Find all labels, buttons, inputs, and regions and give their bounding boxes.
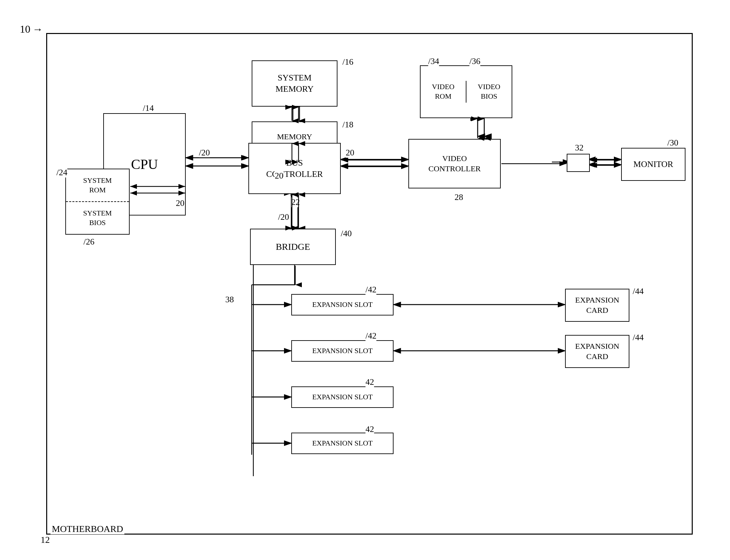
expansion-card-1-ref: /44 [633,286,644,296]
expansion-slot-4-ref: 42 [365,424,374,434]
system-memory-ref: /16 [343,57,353,67]
expansion-slot-2: EXPANSION SLOT [291,340,393,362]
label-10: 10 → [20,23,43,35]
system-bios-ref: /26 [83,237,94,247]
expansion-slot-1: EXPANSION SLOT [291,294,393,315]
bus-label-20-4: 20 [275,171,283,181]
cpu-ref-label: /14 [143,103,154,113]
video-rom-bios-box: VIDEO ROM VIDEO BIOS [420,65,512,118]
system-rom-ref: /24 [56,168,67,178]
expansion-slot-4: EXPANSION SLOT [291,433,393,454]
bus-label-20-3: 20 [346,148,354,158]
bus-label-20-2: 20 [176,198,184,208]
system-memory-box: SYSTEM MEMORY [252,60,338,107]
expansion-card-2-ref: /44 [633,333,644,343]
bus-controller-box: BUS CONTROLLER [249,143,341,194]
bus-controller-ref: 22 [291,197,300,207]
box-32-ref: 32 [575,143,583,153]
motherboard-box: MOTHERBOARD 12 [46,33,693,535]
label-12: 12 [41,535,50,545]
bus-label-20-5: /20 [278,212,289,222]
diagram-container: 10 → MOTHERBOARD 12 [20,13,713,548]
small-box-32 [567,154,590,172]
monitor-ref: /30 [667,138,678,148]
video-controller-ref: 28 [454,192,463,202]
bridge-box: BRIDGE [250,229,336,265]
expansion-slot-3: EXPANSION SLOT [291,386,393,408]
monitor-box: MONITOR [621,148,685,181]
expansion-card-2: EXPANSION CARD [565,335,629,368]
video-rom-ref: /34 [428,56,439,66]
expansion-slot-3-ref: 42 [365,377,374,387]
expansion-slot-2-ref: /42 [365,331,376,341]
video-controller-box: VIDEO CONTROLLER [408,139,501,188]
expansion-card-1: EXPANSION CARD [565,289,629,322]
memory-controller-ref: /18 [343,120,353,130]
bus-label-38: 38 [225,295,234,305]
motherboard-label: MOTHERBOARD [50,524,124,534]
bridge-ref: /40 [341,229,352,239]
expansion-slot-1-ref: /42 [365,285,376,295]
system-rom-box: SYSTEM ROM SYSTEM BIOS [65,169,130,235]
bus-label-20-1: /20 [199,148,210,158]
video-bios-ref: /36 [469,56,480,66]
